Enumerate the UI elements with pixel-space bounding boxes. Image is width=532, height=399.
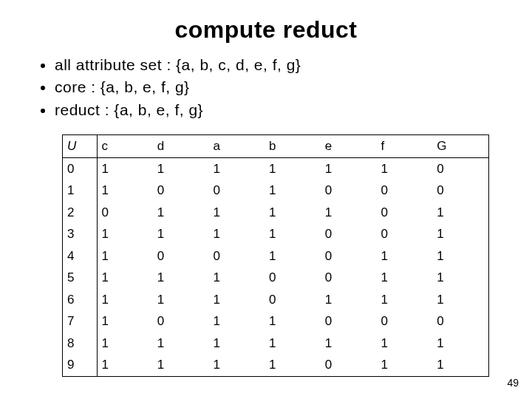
cell: 1 <box>153 157 209 180</box>
cell: 0 <box>377 223 433 245</box>
cell: 1 <box>377 245 433 267</box>
cell: 1 <box>432 267 488 289</box>
bullet-list: all attribute set : {a, b, c, d, e, f, g… <box>37 54 495 121</box>
cell: 1 <box>432 223 488 245</box>
cell: 1 <box>377 354 433 376</box>
cell: 1 <box>432 289 488 311</box>
cell: 1 <box>97 310 153 332</box>
cell: 1 <box>265 332 321 355</box>
slide-title: compute reduct <box>37 16 495 44</box>
cell: 9 <box>63 354 97 376</box>
cell: 0 <box>63 157 97 180</box>
table-row: 1 1 0 0 1 0 0 0 <box>63 180 488 202</box>
cell: 0 <box>377 310 433 332</box>
cell: 6 <box>63 289 97 311</box>
col-header: c <box>97 135 153 157</box>
col-header: e <box>321 135 377 157</box>
cell: 1 <box>265 157 321 180</box>
cell: 0 <box>377 202 433 224</box>
cell: 1 <box>265 180 321 202</box>
cell: 1 <box>97 267 153 289</box>
table-container: U c d a b e f G 0 1 1 1 1 1 <box>62 134 489 377</box>
data-table: U c d a b e f G 0 1 1 1 1 1 <box>63 135 488 376</box>
cell: 0 <box>432 180 488 202</box>
col-header: a <box>208 135 265 157</box>
cell: 1 <box>321 332 377 355</box>
table-row: 6 1 1 1 0 1 1 1 <box>63 289 488 311</box>
cell: 2 <box>63 202 97 224</box>
cell: 1 <box>208 267 265 289</box>
cell: 0 <box>432 157 488 180</box>
cell: 1 <box>208 310 265 332</box>
cell: 7 <box>63 310 97 332</box>
cell: 1 <box>377 332 433 355</box>
col-header: d <box>153 135 209 157</box>
cell: 0 <box>377 180 433 202</box>
cell: 1 <box>153 223 209 245</box>
cell: 5 <box>63 267 97 289</box>
cell: 0 <box>265 289 321 311</box>
table-body: 0 1 1 1 1 1 1 0 1 1 0 0 1 0 0 0 <box>63 157 488 376</box>
table-box: U c d a b e f G 0 1 1 1 1 1 <box>62 134 489 377</box>
cell: 0 <box>321 354 377 376</box>
cell: 1 <box>97 289 153 311</box>
cell: 0 <box>97 202 153 224</box>
cell: 1 <box>63 180 97 202</box>
cell: 1 <box>321 289 377 311</box>
cell: 1 <box>432 202 488 224</box>
table-row: 2 0 1 1 1 1 0 1 <box>63 202 488 224</box>
col-header: G <box>432 135 488 157</box>
col-header: b <box>265 135 321 157</box>
cell: 1 <box>97 223 153 245</box>
cell: 1 <box>321 157 377 180</box>
table-row: 7 1 0 1 1 0 0 0 <box>63 310 488 332</box>
cell: 0 <box>432 310 488 332</box>
cell: 1 <box>208 332 265 355</box>
table-row: 0 1 1 1 1 1 1 0 <box>63 157 488 180</box>
cell: 0 <box>153 180 209 202</box>
cell: 1 <box>265 245 321 267</box>
cell: 0 <box>321 223 377 245</box>
cell: 1 <box>208 223 265 245</box>
cell: 1 <box>97 180 153 202</box>
cell: 1 <box>153 202 209 224</box>
col-header: f <box>377 135 433 157</box>
cell: 1 <box>97 245 153 267</box>
cell: 1 <box>432 332 488 355</box>
cell: 1 <box>432 354 488 376</box>
cell: 0 <box>265 267 321 289</box>
cell: 0 <box>208 180 265 202</box>
cell: 1 <box>432 245 488 267</box>
cell: 1 <box>97 354 153 376</box>
cell: 0 <box>321 267 377 289</box>
cell: 0 <box>321 310 377 332</box>
cell: 1 <box>208 354 265 376</box>
table-row: 5 1 1 1 0 0 1 1 <box>63 267 488 289</box>
cell: 0 <box>321 245 377 267</box>
cell: 0 <box>321 180 377 202</box>
table-row: 4 1 0 0 1 0 1 1 <box>63 245 488 267</box>
cell: 0 <box>153 310 209 332</box>
cell: 4 <box>63 245 97 267</box>
cell: 1 <box>208 289 265 311</box>
cell: 1 <box>208 202 265 224</box>
cell: 1 <box>377 289 433 311</box>
cell: 1 <box>265 202 321 224</box>
cell: 1 <box>153 354 209 376</box>
cell: 1 <box>321 202 377 224</box>
cell: 1 <box>97 332 153 355</box>
cell: 1 <box>153 289 209 311</box>
cell: 1 <box>377 267 433 289</box>
table-row: 3 1 1 1 1 0 0 1 <box>63 223 488 245</box>
slide: compute reduct all attribute set : {a, b… <box>0 0 532 399</box>
cell: 3 <box>63 223 97 245</box>
table-header-row: U c d a b e f G <box>63 135 488 157</box>
cell: 8 <box>63 332 97 355</box>
col-header-u: U <box>63 135 97 157</box>
cell: 0 <box>208 245 265 267</box>
cell: 1 <box>153 267 209 289</box>
bullet-item: reduct : {a, b, e, f, g} <box>55 99 495 121</box>
cell: 1 <box>153 332 209 355</box>
bullet-item: all attribute set : {a, b, c, d, e, f, g… <box>55 54 495 76</box>
table-row: 8 1 1 1 1 1 1 1 <box>63 332 488 355</box>
